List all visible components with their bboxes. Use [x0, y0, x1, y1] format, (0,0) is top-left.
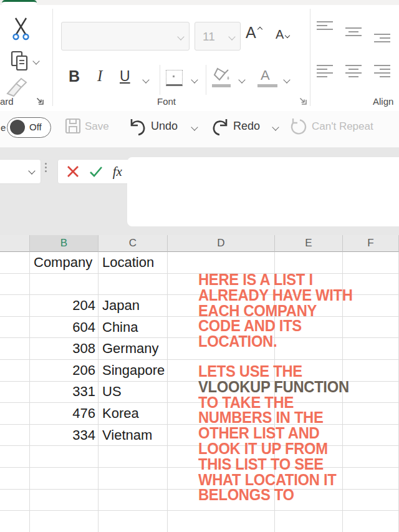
- cell[interactable]: 476: [30, 403, 99, 425]
- grow-font-button[interactable]: A: [246, 24, 256, 42]
- redo-dropdown-chevron[interactable]: [272, 123, 279, 130]
- column-header-f[interactable]: F: [343, 235, 399, 252]
- column-header-c[interactable]: C: [99, 235, 168, 252]
- cell[interactable]: 334: [30, 425, 99, 447]
- cell[interactable]: [168, 317, 275, 339]
- fill-color-dropdown-chevron[interactable]: [238, 76, 245, 83]
- cell[interactable]: 204: [30, 295, 99, 317]
- cell[interactable]: [0, 403, 30, 425]
- cell[interactable]: [168, 446, 275, 468]
- cell[interactable]: [30, 511, 99, 532]
- name-box[interactable]: [0, 159, 41, 184]
- cell[interactable]: [168, 382, 275, 404]
- underline-dropdown-chevron[interactable]: [142, 76, 149, 83]
- cell[interactable]: [168, 274, 275, 296]
- cell[interactable]: [275, 511, 343, 532]
- cell[interactable]: [168, 295, 275, 317]
- cell[interactable]: [30, 446, 99, 468]
- autosave-toggle[interactable]: Off: [7, 117, 51, 138]
- cell[interactable]: Vietnam: [99, 425, 168, 447]
- font-color-dropdown-chevron[interactable]: [283, 76, 290, 83]
- cell[interactable]: [30, 490, 99, 511]
- align-right-button[interactable]: [374, 65, 390, 77]
- cell[interactable]: [99, 511, 168, 532]
- cell[interactable]: [168, 338, 275, 360]
- fill-color-button[interactable]: [212, 66, 231, 82]
- cell[interactable]: [0, 446, 30, 468]
- cell[interactable]: [275, 382, 343, 404]
- bold-button[interactable]: B: [69, 67, 80, 85]
- cell[interactable]: [275, 425, 343, 447]
- align-bottom-button[interactable]: [374, 34, 390, 42]
- column-header-d[interactable]: D: [168, 235, 275, 252]
- cell[interactable]: Korea: [99, 403, 168, 425]
- cell[interactable]: Location: [99, 252, 168, 274]
- cell[interactable]: [30, 468, 99, 490]
- cell[interactable]: [343, 446, 399, 468]
- borders-dropdown-chevron[interactable]: [191, 76, 198, 83]
- cell[interactable]: [99, 468, 168, 490]
- insert-function-button[interactable]: fx: [113, 164, 122, 180]
- cell[interactable]: [275, 338, 343, 360]
- cell[interactable]: [343, 511, 399, 532]
- cell[interactable]: [0, 360, 30, 382]
- cell[interactable]: [168, 490, 275, 511]
- cant-repeat-button[interactable]: [289, 118, 307, 135]
- cell[interactable]: [343, 468, 399, 490]
- align-top-button[interactable]: [317, 21, 333, 30]
- column-header-e[interactable]: E: [275, 235, 343, 252]
- cell[interactable]: [343, 403, 399, 425]
- underline-button[interactable]: U: [120, 68, 130, 85]
- cell[interactable]: [275, 274, 343, 296]
- cell[interactable]: [343, 382, 399, 404]
- redo-button[interactable]: [211, 117, 229, 137]
- cell[interactable]: 331: [30, 382, 99, 404]
- cell[interactable]: [0, 490, 30, 511]
- italic-button[interactable]: I: [97, 67, 102, 85]
- cell[interactable]: [99, 446, 168, 468]
- cell[interactable]: [168, 403, 275, 425]
- copy-dropdown-chevron[interactable]: [32, 57, 39, 64]
- column-header-b[interactable]: B: [30, 235, 99, 252]
- cell[interactable]: [343, 295, 399, 317]
- font-name-combobox[interactable]: [61, 22, 190, 51]
- shrink-font-button[interactable]: A: [276, 27, 284, 42]
- cell[interactable]: [0, 338, 30, 360]
- cell[interactable]: [0, 252, 30, 274]
- cell[interactable]: [275, 490, 343, 511]
- cell[interactable]: [343, 274, 399, 296]
- cell[interactable]: Company: [30, 252, 99, 274]
- cell[interactable]: [275, 317, 343, 339]
- cell[interactable]: 604: [30, 317, 99, 339]
- cancel-button[interactable]: [66, 165, 80, 178]
- cell[interactable]: [343, 490, 399, 511]
- cell[interactable]: [0, 382, 30, 404]
- save-button[interactable]: [65, 118, 81, 134]
- cell[interactable]: 308: [30, 338, 99, 360]
- cell[interactable]: Japan: [99, 295, 168, 317]
- cell[interactable]: [0, 317, 30, 339]
- column-header-cropped[interactable]: [0, 235, 30, 252]
- format-painter-button[interactable]: [5, 77, 29, 99]
- name-box-chevron[interactable]: [28, 167, 35, 174]
- cell[interactable]: [343, 338, 399, 360]
- cell[interactable]: [0, 274, 30, 296]
- cell[interactable]: [343, 317, 399, 339]
- cell[interactable]: [343, 360, 399, 382]
- cell[interactable]: [275, 252, 343, 274]
- cell[interactable]: [168, 252, 275, 274]
- cell[interactable]: [275, 360, 343, 382]
- cell[interactable]: [168, 360, 275, 382]
- undo-button[interactable]: [128, 117, 147, 137]
- cell[interactable]: [168, 468, 275, 490]
- cell[interactable]: [0, 295, 30, 317]
- font-color-button[interactable]: A: [261, 67, 270, 84]
- undo-dropdown-chevron[interactable]: [191, 123, 198, 130]
- font-size-combobox[interactable]: 11: [195, 22, 241, 51]
- cell[interactable]: [99, 274, 168, 296]
- cell[interactable]: [275, 403, 343, 425]
- clipboard-dialog-launcher[interactable]: [35, 96, 44, 105]
- borders-button[interactable]: [166, 70, 183, 86]
- cell[interactable]: [168, 425, 275, 447]
- formula-bar-input[interactable]: [127, 157, 399, 226]
